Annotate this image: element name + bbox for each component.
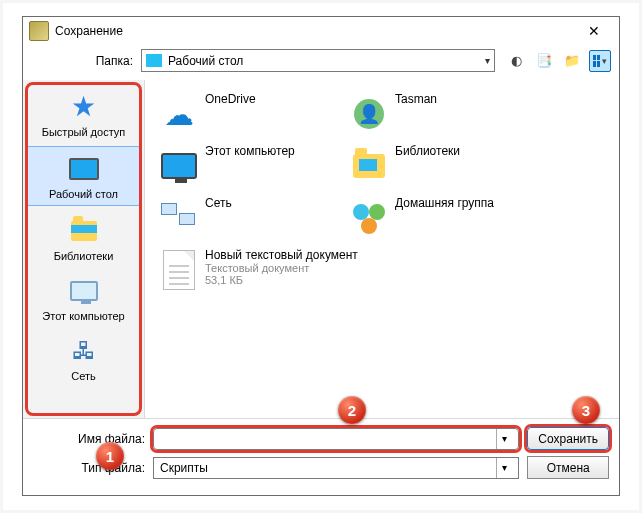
folder-combo[interactable]: Рабочий стол ▾: [141, 49, 495, 72]
views-button[interactable]: ▾: [589, 50, 611, 72]
titlebar: Сохранение ✕: [23, 17, 619, 45]
window-title: Сохранение: [55, 24, 123, 38]
place-libraries[interactable]: Библиотеки: [23, 208, 144, 268]
homegroup-icon: [351, 202, 387, 234]
pc-icon: [70, 281, 98, 301]
filename-label: Имя файла:: [33, 432, 145, 446]
place-network[interactable]: 🖧 Сеть: [23, 328, 144, 388]
user-icon: 👤: [354, 99, 384, 129]
filetype-label: Тип файла:: [33, 461, 145, 475]
new-folder-button[interactable]: 📁: [561, 50, 583, 72]
place-desktop[interactable]: Рабочий стол: [27, 146, 140, 206]
pc-icon: [161, 153, 197, 179]
location-bar: Папка: Рабочий стол ▾ ◐ 📑 📁 ▾: [23, 45, 619, 80]
place-this-pc[interactable]: Этот компьютер: [23, 268, 144, 328]
place-quick-access[interactable]: ★ Быстрый доступ: [23, 84, 144, 144]
save-dialog: Сохранение ✕ Папка: Рабочий стол ▾ ◐ 📑 📁…: [22, 16, 620, 496]
desktop-icon: [69, 158, 99, 180]
desktop-icon: [146, 54, 162, 67]
libraries-icon: [71, 221, 97, 241]
list-item[interactable]: Библиотеки: [343, 140, 533, 192]
cancel-button[interactable]: Отмена: [527, 456, 609, 479]
list-item[interactable]: Домашняя группа: [343, 192, 533, 244]
file-list[interactable]: ☁ OneDrive 👤 Tasman Этот компьютер Библи…: [145, 80, 619, 418]
list-item[interactable]: Этот компьютер: [153, 140, 343, 192]
list-item[interactable]: Сеть: [153, 192, 343, 244]
app-icon: [29, 21, 49, 41]
current-folder: Рабочий стол: [168, 54, 243, 68]
filename-field[interactable]: [160, 431, 496, 447]
places-bar: ★ Быстрый доступ Рабочий стол Библиотеки…: [23, 80, 145, 418]
save-button[interactable]: Сохранить: [527, 427, 609, 450]
back-button[interactable]: ◐: [505, 50, 527, 72]
star-icon: ★: [71, 93, 96, 121]
folder-label: Папка:: [31, 54, 141, 68]
up-button[interactable]: 📑: [533, 50, 555, 72]
chevron-down-icon[interactable]: ▾: [496, 429, 512, 449]
document-icon: [163, 250, 195, 290]
chevron-down-icon: ▾: [485, 55, 490, 66]
libraries-icon: [353, 154, 385, 178]
network-icon: 🖧: [72, 337, 96, 365]
list-item[interactable]: Новый текстовый документ Текстовый докум…: [153, 244, 413, 296]
filename-input[interactable]: ▾: [153, 428, 519, 450]
chevron-down-icon[interactable]: ▾: [496, 458, 512, 478]
list-item[interactable]: ☁ OneDrive: [153, 88, 343, 140]
filetype-combo[interactable]: Скрипты ▾: [153, 457, 519, 479]
close-button[interactable]: ✕: [575, 18, 613, 44]
list-item[interactable]: 👤 Tasman: [343, 88, 533, 140]
network-icon: [161, 203, 197, 233]
onedrive-icon: ☁: [164, 97, 194, 132]
